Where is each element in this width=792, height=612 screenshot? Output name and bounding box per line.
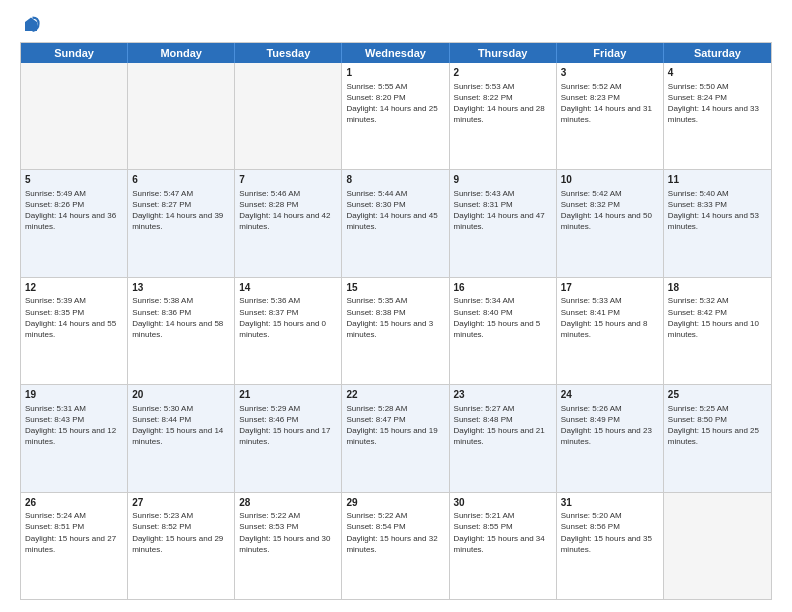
sun-info: Sunrise: 5:20 AMSunset: 8:56 PMDaylight:… (561, 510, 659, 555)
sun-info: Sunrise: 5:38 AMSunset: 8:36 PMDaylight:… (132, 295, 230, 340)
calendar-row-0: 1Sunrise: 5:55 AMSunset: 8:20 PMDaylight… (21, 63, 771, 169)
day-cell-26: 26Sunrise: 5:24 AMSunset: 8:51 PMDayligh… (21, 493, 128, 599)
sun-info: Sunrise: 5:22 AMSunset: 8:54 PMDaylight:… (346, 510, 444, 555)
sun-info: Sunrise: 5:44 AMSunset: 8:30 PMDaylight:… (346, 188, 444, 233)
day-number: 18 (668, 281, 767, 295)
sun-info: Sunrise: 5:25 AMSunset: 8:50 PMDaylight:… (668, 403, 767, 448)
sun-info: Sunrise: 5:46 AMSunset: 8:28 PMDaylight:… (239, 188, 337, 233)
day-cell-22: 22Sunrise: 5:28 AMSunset: 8:47 PMDayligh… (342, 385, 449, 491)
sun-info: Sunrise: 5:30 AMSunset: 8:44 PMDaylight:… (132, 403, 230, 448)
day-number: 11 (668, 173, 767, 187)
weekday-header-monday: Monday (128, 43, 235, 63)
day-number: 15 (346, 281, 444, 295)
day-number: 7 (239, 173, 337, 187)
day-number: 23 (454, 388, 552, 402)
day-cell-31: 31Sunrise: 5:20 AMSunset: 8:56 PMDayligh… (557, 493, 664, 599)
sun-info: Sunrise: 5:50 AMSunset: 8:24 PMDaylight:… (668, 81, 767, 126)
day-number: 4 (668, 66, 767, 80)
day-cell-8: 8Sunrise: 5:44 AMSunset: 8:30 PMDaylight… (342, 170, 449, 276)
weekday-header-tuesday: Tuesday (235, 43, 342, 63)
day-number: 20 (132, 388, 230, 402)
sun-info: Sunrise: 5:47 AMSunset: 8:27 PMDaylight:… (132, 188, 230, 233)
day-number: 12 (25, 281, 123, 295)
sun-info: Sunrise: 5:32 AMSunset: 8:42 PMDaylight:… (668, 295, 767, 340)
calendar-header: SundayMondayTuesdayWednesdayThursdayFrid… (21, 43, 771, 63)
day-number: 16 (454, 281, 552, 295)
sun-info: Sunrise: 5:55 AMSunset: 8:20 PMDaylight:… (346, 81, 444, 126)
day-number: 10 (561, 173, 659, 187)
empty-cell (235, 63, 342, 169)
day-cell-5: 5Sunrise: 5:49 AMSunset: 8:26 PMDaylight… (21, 170, 128, 276)
weekday-header-wednesday: Wednesday (342, 43, 449, 63)
day-number: 6 (132, 173, 230, 187)
sun-info: Sunrise: 5:43 AMSunset: 8:31 PMDaylight:… (454, 188, 552, 233)
calendar: SundayMondayTuesdayWednesdayThursdayFrid… (20, 42, 772, 600)
day-cell-20: 20Sunrise: 5:30 AMSunset: 8:44 PMDayligh… (128, 385, 235, 491)
day-cell-14: 14Sunrise: 5:36 AMSunset: 8:37 PMDayligh… (235, 278, 342, 384)
day-cell-3: 3Sunrise: 5:52 AMSunset: 8:23 PMDaylight… (557, 63, 664, 169)
calendar-row-3: 19Sunrise: 5:31 AMSunset: 8:43 PMDayligh… (21, 384, 771, 491)
day-cell-19: 19Sunrise: 5:31 AMSunset: 8:43 PMDayligh… (21, 385, 128, 491)
day-cell-1: 1Sunrise: 5:55 AMSunset: 8:20 PMDaylight… (342, 63, 449, 169)
sun-info: Sunrise: 5:23 AMSunset: 8:52 PMDaylight:… (132, 510, 230, 555)
day-number: 21 (239, 388, 337, 402)
day-cell-2: 2Sunrise: 5:53 AMSunset: 8:22 PMDaylight… (450, 63, 557, 169)
sun-info: Sunrise: 5:39 AMSunset: 8:35 PMDaylight:… (25, 295, 123, 340)
sun-info: Sunrise: 5:31 AMSunset: 8:43 PMDaylight:… (25, 403, 123, 448)
calendar-row-2: 12Sunrise: 5:39 AMSunset: 8:35 PMDayligh… (21, 277, 771, 384)
day-number: 5 (25, 173, 123, 187)
day-number: 1 (346, 66, 444, 80)
day-number: 3 (561, 66, 659, 80)
day-number: 17 (561, 281, 659, 295)
sun-info: Sunrise: 5:29 AMSunset: 8:46 PMDaylight:… (239, 403, 337, 448)
sun-info: Sunrise: 5:53 AMSunset: 8:22 PMDaylight:… (454, 81, 552, 126)
day-cell-23: 23Sunrise: 5:27 AMSunset: 8:48 PMDayligh… (450, 385, 557, 491)
weekday-header-saturday: Saturday (664, 43, 771, 63)
day-number: 25 (668, 388, 767, 402)
day-cell-29: 29Sunrise: 5:22 AMSunset: 8:54 PMDayligh… (342, 493, 449, 599)
day-number: 13 (132, 281, 230, 295)
day-number: 28 (239, 496, 337, 510)
day-number: 29 (346, 496, 444, 510)
logo-icon (22, 16, 40, 34)
day-cell-21: 21Sunrise: 5:29 AMSunset: 8:46 PMDayligh… (235, 385, 342, 491)
day-number: 30 (454, 496, 552, 510)
weekday-header-friday: Friday (557, 43, 664, 63)
day-cell-11: 11Sunrise: 5:40 AMSunset: 8:33 PMDayligh… (664, 170, 771, 276)
empty-cell (128, 63, 235, 169)
day-cell-9: 9Sunrise: 5:43 AMSunset: 8:31 PMDaylight… (450, 170, 557, 276)
sun-info: Sunrise: 5:36 AMSunset: 8:37 PMDaylight:… (239, 295, 337, 340)
calendar-row-4: 26Sunrise: 5:24 AMSunset: 8:51 PMDayligh… (21, 492, 771, 599)
day-cell-17: 17Sunrise: 5:33 AMSunset: 8:41 PMDayligh… (557, 278, 664, 384)
day-cell-10: 10Sunrise: 5:42 AMSunset: 8:32 PMDayligh… (557, 170, 664, 276)
day-cell-18: 18Sunrise: 5:32 AMSunset: 8:42 PMDayligh… (664, 278, 771, 384)
day-cell-27: 27Sunrise: 5:23 AMSunset: 8:52 PMDayligh… (128, 493, 235, 599)
day-number: 22 (346, 388, 444, 402)
weekday-header-thursday: Thursday (450, 43, 557, 63)
sun-info: Sunrise: 5:49 AMSunset: 8:26 PMDaylight:… (25, 188, 123, 233)
sun-info: Sunrise: 5:26 AMSunset: 8:49 PMDaylight:… (561, 403, 659, 448)
weekday-header-sunday: Sunday (21, 43, 128, 63)
day-cell-12: 12Sunrise: 5:39 AMSunset: 8:35 PMDayligh… (21, 278, 128, 384)
sun-info: Sunrise: 5:34 AMSunset: 8:40 PMDaylight:… (454, 295, 552, 340)
sun-info: Sunrise: 5:35 AMSunset: 8:38 PMDaylight:… (346, 295, 444, 340)
day-number: 8 (346, 173, 444, 187)
sun-info: Sunrise: 5:24 AMSunset: 8:51 PMDaylight:… (25, 510, 123, 555)
day-cell-7: 7Sunrise: 5:46 AMSunset: 8:28 PMDaylight… (235, 170, 342, 276)
empty-cell (664, 493, 771, 599)
day-number: 9 (454, 173, 552, 187)
day-cell-25: 25Sunrise: 5:25 AMSunset: 8:50 PMDayligh… (664, 385, 771, 491)
sun-info: Sunrise: 5:21 AMSunset: 8:55 PMDaylight:… (454, 510, 552, 555)
sun-info: Sunrise: 5:22 AMSunset: 8:53 PMDaylight:… (239, 510, 337, 555)
day-cell-30: 30Sunrise: 5:21 AMSunset: 8:55 PMDayligh… (450, 493, 557, 599)
day-cell-6: 6Sunrise: 5:47 AMSunset: 8:27 PMDaylight… (128, 170, 235, 276)
day-number: 14 (239, 281, 337, 295)
sun-info: Sunrise: 5:40 AMSunset: 8:33 PMDaylight:… (668, 188, 767, 233)
day-number: 24 (561, 388, 659, 402)
day-cell-28: 28Sunrise: 5:22 AMSunset: 8:53 PMDayligh… (235, 493, 342, 599)
day-number: 31 (561, 496, 659, 510)
sun-info: Sunrise: 5:52 AMSunset: 8:23 PMDaylight:… (561, 81, 659, 126)
day-cell-16: 16Sunrise: 5:34 AMSunset: 8:40 PMDayligh… (450, 278, 557, 384)
sun-info: Sunrise: 5:42 AMSunset: 8:32 PMDaylight:… (561, 188, 659, 233)
page: SundayMondayTuesdayWednesdayThursdayFrid… (0, 0, 792, 612)
